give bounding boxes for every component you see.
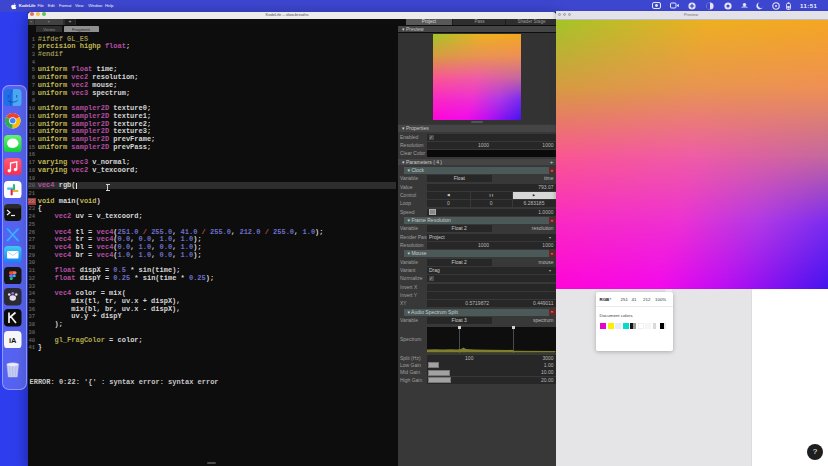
svg-text:iA: iA bbox=[9, 336, 17, 345]
